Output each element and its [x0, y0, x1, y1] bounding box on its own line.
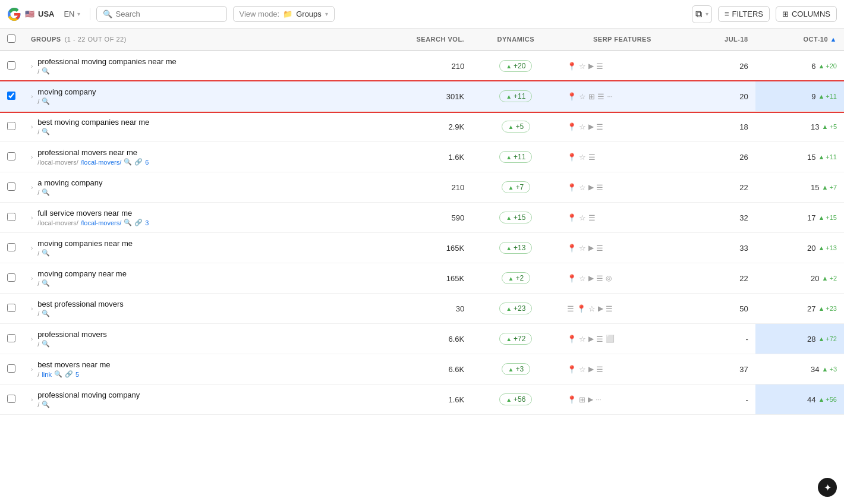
expand-icon[interactable]: ›	[31, 396, 33, 403]
dynamics-badge: ▲+23	[499, 303, 532, 314]
serp-icons: 📍☆☰	[567, 213, 677, 222]
expand-icon[interactable]: ›	[31, 305, 33, 312]
kw-link[interactable]: /local-movers/	[81, 219, 121, 226]
view-mode-prefix: View mode:	[240, 10, 280, 18]
keyword-text: best moving companies near me	[37, 118, 149, 127]
search-small-icon: 🔍	[42, 401, 50, 408]
keyword-text: moving company	[37, 87, 96, 96]
serp-icons: 📍☆▶☰⬜	[567, 335, 677, 344]
oct-position: 17	[807, 213, 815, 222]
dynamics-badge: ▲+56	[499, 393, 532, 405]
kw-link[interactable]: /local-movers/	[81, 159, 121, 166]
row-checkbox[interactable]	[7, 92, 15, 100]
serp-icons: 📍☆▶☰	[567, 122, 677, 131]
expand-icon[interactable]: ›	[31, 184, 33, 191]
oct-position: 15	[807, 153, 815, 162]
kw-path: /	[37, 341, 39, 348]
jul-cell: 22	[684, 263, 755, 294]
row-checkbox[interactable]	[7, 304, 15, 312]
serp-cell: 📍☆▶☰	[560, 51, 684, 81]
chain-icon: 🔗	[65, 370, 73, 378]
dynamics-badge: ▲+20	[499, 60, 532, 72]
jul-value: 20	[739, 92, 748, 101]
row-checkbox[interactable]	[7, 273, 15, 282]
kw-link[interactable]: link	[42, 371, 52, 378]
row-checkbox[interactable]	[7, 364, 15, 373]
search-input[interactable]	[116, 10, 205, 18]
search-vol-value: 6.6K	[448, 365, 464, 374]
serp-cell: 📍☆▶☰	[560, 233, 684, 263]
row-checkbox[interactable]	[7, 395, 15, 403]
keyword-cell: › best movers near me /link🔍🔗5	[24, 354, 379, 385]
copy-button[interactable]: ⧉ ▾	[692, 5, 712, 23]
table-row: › moving companies near me /🔍 165K▲+13📍☆…	[0, 233, 844, 263]
jul-value: 22	[739, 274, 748, 283]
search-vol-value: 165K	[446, 274, 464, 283]
search-small-icon: 🔍	[42, 97, 50, 105]
serp-cell: 📍☆▶☰⬜	[560, 324, 684, 354]
expand-icon[interactable]: ›	[31, 275, 33, 282]
search-vol-cell: 6.6K	[379, 324, 471, 354]
row-checkbox[interactable]	[7, 61, 15, 70]
search-small-icon: 🔍	[42, 128, 50, 136]
row-checkbox-cell	[0, 233, 24, 263]
row-checkbox-cell	[0, 263, 24, 294]
expand-icon[interactable]: ›	[31, 336, 33, 342]
search-vol-value: 210	[451, 183, 464, 192]
jul-cell: -	[684, 324, 755, 354]
serp-cell: 📍☆▶☰◎	[560, 263, 684, 294]
col-header-serp: SERP FEATURES	[560, 29, 684, 51]
expand-icon[interactable]: ›	[31, 215, 33, 221]
filters-button[interactable]: ≡ FILTERS	[718, 6, 770, 22]
row-checkbox[interactable]	[7, 152, 15, 160]
keyword-path: /🔍	[37, 279, 127, 287]
arrow-icon: ▲	[508, 275, 514, 282]
arrow-icon: ▲	[506, 154, 512, 160]
row-checkbox[interactable]	[7, 122, 15, 130]
lang-selector[interactable]: EN ▾	[60, 7, 83, 21]
row-checkbox[interactable]	[7, 334, 15, 342]
oct-cell: 15 ▲+11	[755, 142, 844, 172]
keyword-path: /link🔍🔗5	[37, 370, 110, 378]
jul-value: 32	[739, 213, 748, 222]
select-all-checkbox[interactable]	[7, 34, 15, 43]
row-checkbox[interactable]	[7, 182, 15, 191]
expand-icon[interactable]: ›	[31, 366, 33, 373]
search-small-icon: 🔍	[42, 279, 50, 287]
country-label: USA	[38, 10, 54, 18]
serp-icons: 📍☆☰	[567, 153, 677, 162]
expand-icon[interactable]: ›	[31, 154, 33, 160]
keyword-path: /🔍	[37, 340, 106, 348]
oct-cell: 20 ▲+2	[755, 263, 844, 294]
columns-button[interactable]: ⊞ COLUMNS	[776, 6, 837, 22]
search-vol-value: 1.6K	[448, 153, 464, 162]
oct-value-cell: 27 ▲+23	[763, 304, 837, 313]
oct-arrow: ▲	[818, 214, 824, 221]
row-checkbox-cell	[0, 172, 24, 203]
row-checkbox[interactable]	[7, 213, 15, 221]
keyword-text: best professional movers	[37, 300, 124, 308]
arrow-icon: ▲	[508, 366, 514, 373]
search-small-icon: 🔍	[124, 219, 132, 226]
expand-icon[interactable]: ›	[31, 245, 33, 251]
dynamics-badge: ▲+72	[499, 333, 532, 345]
kw-path: /local-movers/	[37, 219, 78, 226]
arrow-icon: ▲	[506, 215, 512, 221]
expand-icon[interactable]: ›	[31, 93, 33, 100]
oct-position: 9	[811, 92, 815, 101]
jul-value: -	[745, 395, 748, 404]
col-oct-sort-icon: ▲	[830, 36, 837, 43]
serp-cell: 📍☆☰	[560, 142, 684, 172]
expand-icon[interactable]: ›	[31, 124, 33, 130]
expand-icon[interactable]: ›	[31, 63, 33, 70]
view-mode-button[interactable]: View mode: 📁 Groups ▾	[233, 6, 335, 22]
top-bar: 🇺🇸 USA EN ▾ 🔍 View mode: 📁 Groups ▾ ⧉ ▾ …	[0, 0, 844, 29]
jul-value: 37	[739, 365, 748, 374]
lang-chevron: ▾	[77, 11, 80, 17]
oct-arrow: ▲	[822, 184, 829, 191]
search-vol-value: 6.6K	[448, 335, 464, 344]
dynamics-cell: ▲+72	[471, 324, 560, 354]
logo-area: 🇺🇸 USA	[7, 7, 54, 21]
row-checkbox[interactable]	[7, 243, 15, 251]
jul-cell: 22	[684, 172, 755, 203]
